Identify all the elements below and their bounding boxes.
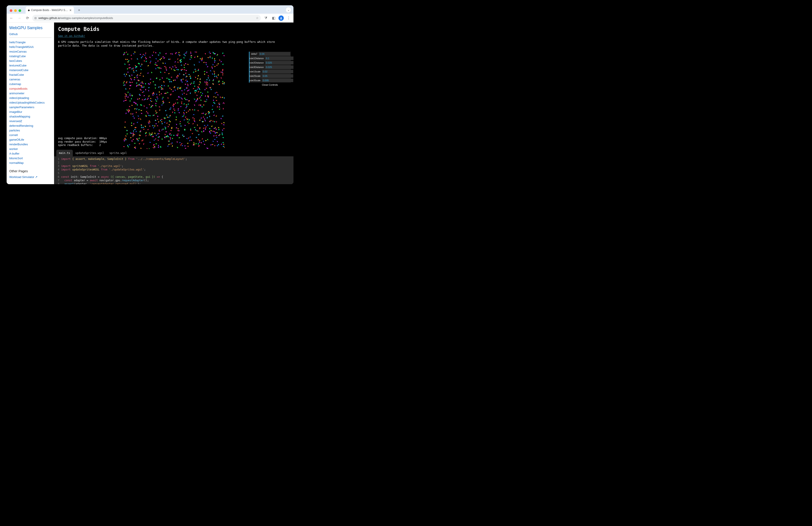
gui-input-rule3Scale[interactable]	[262, 79, 293, 82]
see-on-github-link[interactable]: See it on Github!	[58, 34, 290, 38]
tab-close-icon[interactable]: ✕	[69, 9, 72, 12]
sidebar-item-computeBoids[interactable]: computeBoids	[9, 86, 52, 91]
sidebar-item-helloTriangleMSAA[interactable]: helloTriangleMSAA	[9, 45, 52, 49]
sidebar-item-videoUploadingWebCodecs[interactable]: videoUploadingWebCodecs	[9, 100, 52, 105]
code-tab-updateSprites.wgsl[interactable]: updateSprites.wgsl	[73, 150, 107, 156]
sidebar-item-animometer[interactable]: animometer	[9, 91, 52, 96]
profile-avatar-icon[interactable]	[278, 15, 284, 21]
svg-marker-164	[130, 58, 132, 59]
site-title[interactable]: WebGPU Samples	[9, 26, 52, 30]
minimize-window-icon[interactable]	[14, 9, 17, 12]
gui-input-rule1Distance[interactable]	[265, 57, 293, 60]
sidebar-item-deferredRendering[interactable]: deferredRendering	[9, 124, 52, 128]
sidebar-item-imageBlur[interactable]: imageBlur	[9, 110, 52, 114]
svg-marker-874	[224, 103, 224, 104]
code-body[interactable]: 1import { assert, makeSample, SampleInit…	[54, 156, 293, 184]
svg-marker-894	[162, 56, 163, 58]
svg-marker-181	[188, 89, 190, 91]
svg-marker-52	[207, 82, 208, 84]
sidebar-item-instancedCube[interactable]: instancedCube	[9, 68, 52, 72]
sidebar-item-resizeCanvas[interactable]: resizeCanvas	[9, 49, 52, 54]
svg-marker-205	[168, 143, 170, 145]
sidebar-item-A-buffer[interactable]: A-buffer	[9, 151, 52, 156]
sidebar-item-texturedCube[interactable]: texturedCube	[9, 63, 52, 68]
sidebar-item-videoUploading[interactable]: videoUploading	[9, 96, 52, 100]
svg-marker-414	[184, 89, 186, 90]
sidebar-item-particles[interactable]: particles	[9, 128, 52, 133]
svg-marker-275	[161, 121, 163, 123]
extensions-icon[interactable]: ⧩	[263, 15, 269, 21]
boids-render	[123, 52, 224, 149]
gui-input-rule2Scale[interactable]	[262, 74, 293, 78]
sidebar-item-bitonicSort[interactable]: bitonicSort	[9, 156, 52, 160]
svg-marker-127	[216, 121, 217, 123]
svg-marker-668	[136, 121, 139, 123]
gui-label: rule1Scale	[249, 70, 262, 73]
bookmark-icon[interactable]: ☆	[256, 16, 259, 20]
sidebar-item-twoCubes[interactable]: twoCubes	[9, 58, 52, 63]
svg-marker-495	[126, 73, 127, 75]
sidebar-item-renderBundles[interactable]: renderBundles	[9, 142, 52, 147]
sidebar-item-rotatingCube[interactable]: rotatingCube	[9, 54, 52, 58]
sidebar-item-gameOfLife[interactable]: gameOfLife	[9, 137, 52, 142]
address-bar[interactable]: ⊟ webgpu.github.io/webgpu-samples/sample…	[32, 15, 261, 22]
svg-marker-733	[181, 103, 183, 104]
sidebar-item-fractalCube[interactable]: fractalCube	[9, 72, 52, 77]
close-controls-button[interactable]: Close Controls	[249, 83, 291, 87]
overflow-menu-icon[interactable]: ⋮	[286, 15, 292, 21]
svg-marker-606	[132, 67, 134, 69]
svg-marker-691	[123, 52, 125, 54]
gui-input-deltaT[interactable]	[259, 52, 290, 56]
sidebar-item-cornell[interactable]: cornell	[9, 133, 52, 137]
close-window-icon[interactable]	[10, 9, 12, 12]
maximize-window-icon[interactable]	[18, 9, 21, 12]
active-tab[interactable]: ◆ Compute Boids - WebGPU S… ✕	[26, 6, 74, 14]
svg-marker-790	[214, 145, 215, 146]
sidebar-item-helloTriangle[interactable]: helloTriangle	[9, 40, 52, 45]
svg-marker-404	[194, 120, 195, 121]
sidebar-item-cubemap[interactable]: cubemap	[9, 82, 52, 86]
gui-input-rule2Distance[interactable]	[265, 61, 293, 65]
sidebar-item-reversedZ[interactable]: reversedZ	[9, 119, 52, 124]
browser-window: ◆ Compute Boids - WebGPU S… ✕ + ⌄ ← → ⟳ …	[6, 5, 293, 184]
sidepanel-icon[interactable]: ◧	[271, 15, 277, 21]
svg-marker-277	[188, 123, 190, 124]
code-tab-main.ts[interactable]: main.ts	[56, 150, 73, 156]
sidebar-item-cameras[interactable]: cameras	[9, 77, 52, 82]
code-tab-sprite.wgsl[interactable]: sprite.wgsl	[107, 150, 130, 156]
svg-marker-742	[148, 87, 150, 88]
svg-marker-250	[219, 106, 221, 108]
site-settings-icon[interactable]: ⊟	[34, 17, 37, 20]
svg-marker-327	[163, 66, 165, 67]
svg-marker-773	[128, 111, 129, 113]
svg-marker-19	[169, 87, 171, 89]
gui-row-deltaT: deltaT	[249, 52, 291, 56]
svg-marker-346	[136, 82, 138, 84]
svg-marker-57	[155, 52, 156, 54]
forward-button[interactable]: →	[16, 15, 23, 21]
svg-marker-10	[157, 125, 159, 126]
gui-input-rule3Distance[interactable]	[265, 65, 293, 69]
gui-input-rule1Scale[interactable]	[262, 70, 293, 73]
svg-marker-581	[204, 88, 206, 90]
svg-marker-669	[222, 142, 224, 143]
svg-marker-665	[194, 121, 196, 123]
other-item[interactable]: Workload Simulator ↗	[9, 175, 52, 179]
sidebar-item-worker[interactable]: worker	[9, 147, 52, 151]
svg-marker-437	[214, 58, 215, 60]
reload-button[interactable]: ⟳	[24, 15, 30, 21]
svg-marker-262	[198, 139, 199, 140]
svg-marker-890	[148, 125, 150, 127]
sidebar-item-samplerParameters[interactable]: samplerParameters	[9, 105, 52, 110]
svg-marker-212	[214, 75, 215, 77]
new-tab-button[interactable]: +	[76, 7, 82, 13]
svg-marker-653	[149, 104, 150, 106]
back-button[interactable]: ←	[9, 15, 15, 21]
svg-marker-162	[151, 71, 153, 73]
sidebar-item-normalMap[interactable]: normalMap	[9, 160, 52, 165]
sidebar-item-shadowMapping[interactable]: shadowMapping	[9, 114, 52, 119]
github-link[interactable]: Github	[9, 32, 52, 36]
svg-marker-767	[129, 67, 131, 68]
simulation-canvas[interactable]	[123, 52, 224, 149]
tabs-dropdown-icon[interactable]: ⌄	[286, 7, 291, 13]
